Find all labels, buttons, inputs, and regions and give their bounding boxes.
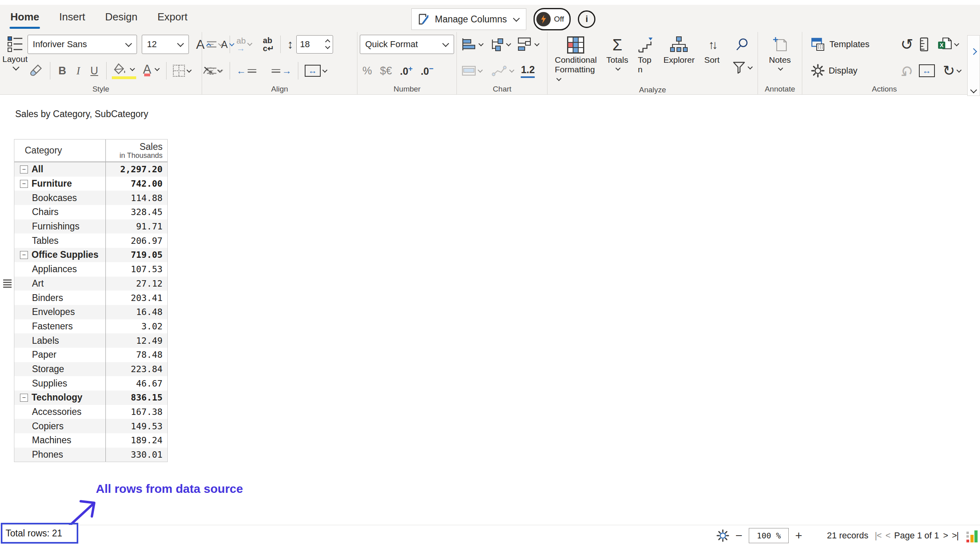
- ai-toggle[interactable]: Off: [534, 8, 571, 30]
- ribbon-collapse-button[interactable]: [970, 87, 977, 94]
- table-row[interactable]: Phones330.01: [14, 448, 167, 462]
- undo-button[interactable]: ↺: [901, 37, 913, 52]
- conditional-formatting-button[interactable]: Conditional Formatting: [550, 32, 601, 84]
- layout-button[interactable]: Layout: [2, 32, 28, 83]
- table-chart-button[interactable]: [459, 66, 485, 76]
- decrease-decimal-button[interactable]: .0−: [421, 64, 433, 77]
- chart-layout-button[interactable]: [515, 37, 542, 52]
- row-height-input[interactable]: 18: [296, 35, 333, 54]
- zoom-in-button[interactable]: +: [795, 530, 802, 542]
- totals-button[interactable]: Σ Totals: [601, 32, 633, 72]
- fill-color-button[interactable]: [111, 63, 137, 78]
- sparkline-button[interactable]: [489, 65, 517, 77]
- table-row[interactable]: Furniture742.00: [14, 177, 167, 191]
- table-row[interactable]: Office Supplies719.05: [14, 248, 167, 262]
- table-row[interactable]: Tables206.97: [14, 233, 167, 248]
- pager-next-button[interactable]: >: [943, 530, 948, 541]
- tab-insert[interactable]: Insert: [59, 11, 85, 26]
- horizontal-align-button[interactable]: [204, 68, 226, 74]
- table-row[interactable]: Appliances107.53: [14, 262, 167, 277]
- pager-prev-button[interactable]: <: [885, 530, 890, 541]
- fit-width-button[interactable]: ↔: [917, 64, 937, 77]
- row-label: Paper: [32, 349, 56, 360]
- search-button[interactable]: [733, 37, 752, 52]
- table-row[interactable]: All2,297.20: [14, 162, 167, 177]
- row-value: 78.48: [106, 348, 167, 362]
- pager-last-button[interactable]: >|: [952, 530, 958, 541]
- hierarchy-chart-button[interactable]: [488, 37, 514, 52]
- spinner-up-icon[interactable]: [325, 39, 330, 44]
- font-size-select[interactable]: 12: [142, 35, 189, 54]
- redo-button[interactable]: ↻: [901, 63, 913, 78]
- annotation-text[interactable]: All rows from data source: [96, 482, 243, 496]
- font-color-button[interactable]: A: [141, 63, 162, 79]
- settings-gear-button[interactable]: [716, 529, 729, 542]
- wrap-text-button[interactable]: abc↵: [260, 36, 276, 52]
- collapse-icon[interactable]: [20, 180, 28, 188]
- italic-button[interactable]: I: [70, 65, 86, 77]
- zoom-level[interactable]: 100 %: [749, 528, 789, 543]
- spinner-down-icon[interactable]: [325, 44, 330, 49]
- table-row[interactable]: Binders203.41: [14, 291, 167, 305]
- currency-button[interactable]: $€: [380, 65, 392, 77]
- top-n-icon: [638, 36, 654, 54]
- display-button[interactable]: Display: [809, 64, 897, 78]
- chevron-down-icon: [177, 40, 184, 47]
- collapse-icon[interactable]: [20, 394, 28, 402]
- table-row[interactable]: Paper78.48: [14, 348, 167, 362]
- total-rows-callout[interactable]: Total rows: 21: [1, 523, 78, 544]
- number-labels-button[interactable]: 1.2: [521, 64, 535, 78]
- templates-button[interactable]: Templates: [809, 38, 897, 51]
- table-row[interactable]: Supplies46.67: [14, 376, 167, 391]
- info-button[interactable]: i: [578, 10, 595, 28]
- sort-button[interactable]: ↑↓ Sort: [699, 32, 724, 65]
- bar-chart-button[interactable]: [459, 38, 486, 51]
- font-name-select[interactable]: Inforiver Sans: [28, 35, 137, 54]
- table-row[interactable]: Fasteners3.02: [14, 319, 167, 334]
- drag-handle[interactable]: [3, 279, 12, 288]
- ribbon-expand-button[interactable]: [970, 48, 977, 55]
- table-row[interactable]: Bookcases114.88: [14, 191, 167, 205]
- pager-first-button[interactable]: |<: [875, 530, 882, 541]
- ribbon-tabs: Home Insert Design Export Manage Columns: [0, 5, 980, 31]
- search-icon: [735, 37, 750, 52]
- table-row[interactable]: Labels12.49: [14, 333, 167, 348]
- percent-button[interactable]: %: [362, 65, 372, 77]
- manage-columns-button[interactable]: Manage Columns: [411, 8, 526, 30]
- export-excel-button[interactable]: X: [935, 37, 962, 52]
- table-row[interactable]: Chairs328.45: [14, 205, 167, 219]
- filter-button[interactable]: [730, 61, 755, 74]
- collapse-icon[interactable]: [20, 251, 28, 259]
- refresh-button[interactable]: ↻: [940, 64, 964, 78]
- collapse-icon[interactable]: [20, 165, 28, 173]
- tab-export[interactable]: Export: [157, 11, 187, 26]
- zoom-out-button[interactable]: −: [736, 530, 743, 542]
- table-row[interactable]: Envelopes16.48: [14, 305, 167, 319]
- underline-button[interactable]: U: [86, 65, 102, 77]
- increase-indent-button[interactable]: →: [269, 65, 294, 76]
- table-row[interactable]: Technology836.15: [14, 391, 167, 405]
- borders-button[interactable]: [171, 65, 194, 77]
- notes-button[interactable]: Notes: [764, 32, 796, 83]
- table-row[interactable]: Accessories167.38: [14, 405, 167, 419]
- row-height-control[interactable]: ↕ 18: [285, 35, 335, 54]
- ruler-button[interactable]: [917, 37, 932, 52]
- table-row[interactable]: Art27.12: [14, 277, 167, 291]
- top-n-button[interactable]: Top n: [633, 32, 659, 74]
- tab-home[interactable]: Home: [10, 11, 39, 26]
- table-row[interactable]: Copiers149.53: [14, 419, 167, 433]
- column-header-sales[interactable]: Sales in Thousands: [106, 139, 167, 161]
- decrease-indent-button[interactable]: ←: [234, 65, 259, 76]
- column-width-button[interactable]: ↔: [302, 65, 330, 77]
- bold-button[interactable]: B: [54, 65, 70, 77]
- table-row[interactable]: Storage223.84: [14, 362, 167, 377]
- format-painter-button[interactable]: [28, 64, 46, 78]
- column-header-category[interactable]: Category: [14, 139, 106, 161]
- tab-design[interactable]: Design: [105, 11, 137, 26]
- explorer-button[interactable]: Explorer: [659, 32, 699, 65]
- increase-decimal-button[interactable]: .0+: [400, 64, 413, 77]
- table-row[interactable]: Machines189.24: [14, 433, 167, 448]
- text-overflow-button[interactable]: ab →: [234, 37, 255, 52]
- quick-format-select[interactable]: Quick Format: [360, 35, 454, 54]
- table-row[interactable]: Furnishings91.71: [14, 219, 167, 234]
